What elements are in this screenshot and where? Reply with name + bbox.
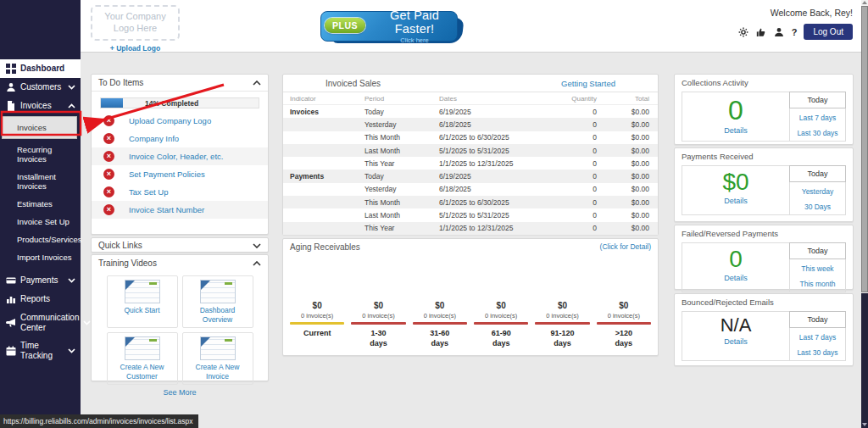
range-link[interactable]: Last 7 days [790, 330, 845, 345]
sidebar-item-invoices[interactable]: Invoices [0, 97, 81, 115]
submenu-item-installment-invoices[interactable]: Installment Invoices [0, 168, 81, 195]
click-for-detail-link[interactable]: (Click for Detail) [600, 242, 651, 251]
collapse-chevron-down-icon[interactable] [253, 243, 261, 248]
aging-bucket-91-120[interactable]: $0 0 invoice(s) 91-120days [531, 301, 593, 348]
see-more-link[interactable]: See More [92, 388, 268, 397]
col-dates: Dates [439, 95, 539, 103]
sidebar-item-communication-center[interactable]: Communication Center [0, 308, 81, 336]
todo-link-upload-logo[interactable]: Upload Company Logo [129, 116, 211, 125]
submenu-item-estimates[interactable]: Estimates [0, 195, 81, 213]
stat-panel-title: Payments Received [675, 148, 853, 164]
sidebar-item-dashboard[interactable]: Dashboard [0, 59, 81, 78]
aging-buckets: $0 0 invoice(s) Current $0 0 invoice(s) … [287, 301, 654, 348]
range-tab-today[interactable]: Today [789, 242, 846, 259]
getting-started-link[interactable]: Getting Started [561, 79, 615, 88]
get-paid-faster-banner[interactable]: Get Paid Faster! Click here PLUS [320, 11, 465, 45]
collapse-chevron-up-icon[interactable] [253, 261, 261, 266]
sidebar-item-label: Communication Center [20, 313, 79, 332]
sidebar-item-payments[interactable]: Payments [0, 271, 81, 290]
todo-row: × Set Payment Policies [92, 165, 268, 183]
col-period: Period [364, 95, 439, 103]
range-link[interactable]: Last 7 days [790, 110, 845, 125]
incomplete-x-icon: × [103, 115, 114, 126]
help-icon[interactable]: ? [792, 27, 798, 37]
scrollbar-thumb[interactable] [861, 6, 868, 292]
chevron-down-icon [68, 348, 76, 353]
sidebar: Dashboard Customers Invoices Invoices Re… [0, 0, 81, 428]
range-tab-today[interactable]: Today [789, 165, 846, 182]
company-logo-placeholder[interactable]: Your CompanyLogo Here [91, 5, 180, 41]
invoiced-sales-panel: Invoiced Sales Getting Started Indicator… [282, 74, 659, 235]
aging-bucket-current[interactable]: $0 0 invoice(s) Current [287, 301, 348, 348]
video-quick-start[interactable]: Quick Start [107, 275, 178, 328]
video-dashboard-overview[interactable]: Dashboard Overview [182, 275, 253, 328]
scrollbar-down-arrow-icon[interactable] [862, 423, 867, 426]
setup-progress-bar: 14% Completed [100, 97, 259, 108]
sidebar-item-customers[interactable]: Customers [0, 78, 81, 97]
scrollbar-up-arrow-icon[interactable] [862, 1, 867, 4]
dashboard-grid-icon [6, 64, 16, 74]
table-row: This Month6/1/2025 to 6/30/20250$0.00 [283, 196, 658, 208]
chevron-down-icon [68, 278, 76, 283]
scrollbar-lower-track [861, 293, 868, 428]
vertical-scrollbar[interactable] [861, 0, 868, 428]
range-tab-today[interactable]: Today [789, 311, 846, 328]
todo-link-payment-policies[interactable]: Set Payment Policies [129, 170, 205, 179]
collections-activity-panel: Collections Activity 0 Details Today Las… [674, 74, 854, 145]
aging-bucket-1-30[interactable]: $0 0 invoice(s) 1-30days [348, 301, 409, 348]
bucket-bar [290, 322, 344, 325]
gear-icon[interactable] [738, 26, 749, 37]
range-link[interactable]: 30 Days [790, 199, 845, 214]
bar-chart-icon [6, 294, 16, 304]
details-link[interactable]: Details [682, 126, 789, 135]
stat-value: 0 [682, 247, 789, 271]
aging-bucket-61-90[interactable]: $0 0 invoice(s) 61-90days [470, 301, 531, 348]
range-link[interactable]: This month [790, 276, 845, 292]
invoiced-sales-table: Indicator Period Dates Quantity Total In… [283, 92, 658, 235]
incomplete-x-icon: × [103, 204, 114, 215]
details-link[interactable]: Details [682, 274, 789, 282]
sidebar-item-reports[interactable]: Reports [0, 290, 81, 308]
banner-click-here[interactable]: Click here [374, 36, 455, 44]
video-thumbnail [200, 280, 236, 303]
failed-reversed-payments-panel: Failed/Reversed Payments 0 Details Today… [674, 225, 854, 290]
submenu-item-invoice-set-up[interactable]: Invoice Set Up [0, 213, 81, 231]
sidebar-item-label: Dashboard [20, 64, 64, 74]
aging-bucket-31-60[interactable]: $0 0 invoice(s) 31-60days [409, 301, 470, 348]
submenu-item-invoices[interactable]: Invoices [2, 116, 77, 139]
aging-bucket-over-120[interactable]: $0 0 invoice(s) >120days [593, 301, 654, 348]
stat-panel-title: Collections Activity [675, 75, 853, 90]
video-create-new-customer[interactable]: Create A New Customer [107, 332, 178, 385]
chevron-down-icon [83, 320, 92, 325]
details-link[interactable]: Details [682, 197, 789, 205]
thumbs-up-icon[interactable] [756, 26, 767, 37]
range-link[interactable]: Last 30 days [790, 345, 845, 360]
table-row: This Year1/1/2025 to 12/31/20250$0.00 [283, 222, 658, 235]
details-link[interactable]: Details [682, 337, 789, 346]
todo-row: × Invoice Color, Header, etc. [92, 147, 268, 165]
training-videos-panel: Training Videos Quick Start Dashboard Ov… [91, 254, 269, 381]
welcome-message: Welcome Back, Rey! [738, 8, 853, 18]
stat-value: N/A [682, 316, 789, 335]
sidebar-item-label: Time Tracking [20, 341, 64, 360]
range-link[interactable]: Last 30 days [790, 125, 845, 141]
video-create-new-invoice[interactable]: Create A New Invoice [182, 332, 253, 385]
invoices-submenu: Invoices Recurring Invoices Installment … [0, 116, 81, 266]
submenu-item-recurring-invoices[interactable]: Recurring Invoices [0, 141, 81, 168]
logout-button[interactable]: Log Out [804, 24, 853, 40]
range-tab-today[interactable]: Today [789, 92, 846, 108]
todo-link-invoice-start-number[interactable]: Invoice Start Number [129, 205, 204, 214]
todo-link-company-info[interactable]: Company Info [129, 134, 179, 143]
sidebar-item-time-tracking[interactable]: Time Tracking [0, 336, 81, 364]
user-icon[interactable] [774, 26, 785, 37]
todo-link-invoice-color[interactable]: Invoice Color, Header, etc. [129, 152, 223, 161]
todo-link-tax-set-up[interactable]: Tax Set Up [129, 187, 168, 197]
collapse-chevron-up-icon[interactable] [253, 81, 261, 86]
submenu-item-products-services[interactable]: Products/Services [0, 231, 81, 248]
upload-logo-link[interactable]: + Upload Logo [91, 44, 180, 53]
range-link[interactable]: Yesterday [790, 184, 845, 199]
stat-value: $0 [682, 170, 789, 194]
range-link[interactable]: This week [790, 261, 845, 276]
col-indicator: Indicator [290, 95, 364, 103]
submenu-item-import-invoices[interactable]: Import Invoices [0, 248, 81, 266]
